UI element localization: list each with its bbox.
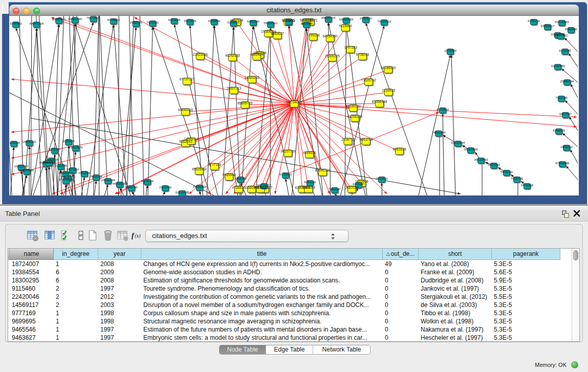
column-header-outde[interactable]: △out_de... xyxy=(383,249,419,260)
graph-node-label: 9244141 xyxy=(304,180,317,184)
cell-short: Franke et al. (2009) xyxy=(419,268,492,276)
tab-edge-table[interactable]: Edge Table xyxy=(266,345,313,354)
show-columns-icon[interactable] xyxy=(44,229,56,242)
cell-pagerank: 5.3E-5 xyxy=(492,334,560,342)
column-header-name[interactable]: name xyxy=(10,249,54,260)
table-mode-icon[interactable] xyxy=(27,229,39,242)
graph-node-label: 3952386 xyxy=(78,171,91,174)
graph-node-label: 4440790 xyxy=(125,185,138,189)
cell-year: 1997 xyxy=(98,325,141,334)
graph-edge xyxy=(269,33,294,104)
graph-edge-arrowhead xyxy=(58,24,60,27)
cell-outde: 0 xyxy=(383,285,419,293)
graph-node-label: 18403191 xyxy=(23,140,37,143)
cell-title: Disruption of a novel member of a sodium… xyxy=(141,301,383,309)
graph-edge-arrowhead xyxy=(12,147,15,150)
column-header-indegree[interactable]: in_degree xyxy=(54,249,98,260)
graph-node-label: 8715603 xyxy=(107,18,120,21)
table-row[interactable]: 977716911998Corpus callosum shape and si… xyxy=(8,309,573,317)
graph-edge xyxy=(11,104,294,132)
table-row[interactable]: 2242004622012Investigating the contribut… xyxy=(8,293,573,301)
graph-node-label: 5706046 xyxy=(356,53,369,56)
graph-edge-arrowhead xyxy=(475,152,477,155)
graph-node-label: 1755156 xyxy=(307,33,320,37)
graph-edge-arrowhead xyxy=(199,191,202,194)
column-header-short[interactable]: short xyxy=(419,249,492,260)
graph-node-label: 2203190 xyxy=(159,185,172,189)
cell-name: 14569117 xyxy=(10,301,54,309)
function-builder-icon[interactable]: f (x) xyxy=(131,229,143,242)
cell-short: Stergiakouli et al. (2012) xyxy=(419,293,492,301)
graph-node-label: 4421825 xyxy=(168,18,181,21)
graph-edge-arrowhead xyxy=(11,157,14,159)
graph-edge-arrowhead xyxy=(569,53,571,56)
cell-pagerank: 5.6E-5 xyxy=(492,268,560,276)
table-row[interactable]: 1938455462009Genome-wide association stu… xyxy=(8,268,573,276)
cell-indegree: 1 xyxy=(54,260,98,268)
graph-node-label: 9465546 xyxy=(223,173,236,177)
graph-edge xyxy=(419,55,450,195)
graph-edge-arrowhead xyxy=(328,191,330,194)
cell-pagerank: 5.3E-5 xyxy=(492,325,560,334)
select-all-icon[interactable] xyxy=(60,229,73,242)
float-panel-icon[interactable] xyxy=(561,210,570,218)
window-title: citations_edges.txt xyxy=(9,6,579,14)
desktop-corner-line xyxy=(2,4,3,14)
graph-node-label: 6365680 xyxy=(208,19,221,23)
cell-title: Corpus callosum shape and size in male p… xyxy=(141,309,383,317)
graph-edge xyxy=(39,16,50,195)
table-selector-dropdown[interactable]: citations_edges.txt xyxy=(145,230,349,242)
table-row[interactable]: 946362711997Embryonic stem cells: a mode… xyxy=(8,334,573,342)
table-row[interactable]: 1456911722003Disruption of a novel membe… xyxy=(8,301,573,309)
graph-node-label: 85805729 xyxy=(237,101,253,105)
graph-node-label: 3357090 xyxy=(488,163,500,166)
graph-node-label: 69997811 xyxy=(554,33,568,37)
table-row[interactable]: 946554611997Estimation of the future num… xyxy=(8,325,573,334)
column-header-title[interactable]: title xyxy=(141,249,383,260)
graph-node-label: 3083054 xyxy=(302,186,315,189)
table-row[interactable]: 911546021997Tourette syndrome. Phenomeno… xyxy=(8,285,573,293)
graph-node-label: 76672031 xyxy=(86,16,101,19)
graph-edge-arrowhead xyxy=(574,116,577,118)
graph-edge xyxy=(58,17,294,104)
graph-edge xyxy=(10,147,14,195)
graph-node-label: 3884334 xyxy=(90,174,103,178)
cell-short: Yano et al. (2008) xyxy=(419,260,492,268)
cell-year: 1997 xyxy=(98,285,141,293)
close-panel-icon[interactable] xyxy=(573,209,581,217)
cell-name: 9115460 xyxy=(10,285,54,293)
graph-node-label: 64849126 xyxy=(30,21,44,25)
cell-outde: 0 xyxy=(383,276,419,285)
cell-outde: 0 xyxy=(383,325,419,334)
column-header-pagerank[interactable]: pagerank xyxy=(492,249,560,260)
delete-icon[interactable] xyxy=(102,229,115,242)
graph-node-label: 82106693 xyxy=(555,20,569,24)
cell-year: 2003 xyxy=(98,301,141,309)
graph-node-label: 1747353 xyxy=(344,46,357,49)
scrollbar-thumb[interactable] xyxy=(573,250,578,260)
table-row[interactable]: 1872400712008Changes of HCN gene express… xyxy=(8,260,573,268)
graph-node-label: 43208158 xyxy=(347,115,363,118)
cell-year: 2012 xyxy=(98,293,141,301)
tab-network-table[interactable]: Network Table xyxy=(313,345,370,354)
graph-node-label: 45525934 xyxy=(191,167,207,171)
cell-outde: 0 xyxy=(383,309,419,317)
graph-edge-arrowhead xyxy=(569,117,572,120)
graph-node-label: 10542648 xyxy=(101,178,115,182)
column-header-year[interactable]: year xyxy=(98,249,141,260)
new-document-icon[interactable] xyxy=(87,229,99,242)
graph-edge-arrowhead xyxy=(189,25,191,28)
cell-title: Genome-wide association studies in ADHD. xyxy=(141,268,383,276)
table-row[interactable]: 1830029562008Estimation of significance … xyxy=(8,276,573,285)
tab-node-table[interactable]: Node Table xyxy=(220,345,266,354)
graph-node-label: 18300295 xyxy=(245,76,260,79)
graph-node-label: 34382074 xyxy=(59,171,73,174)
graph-node-label: 97744546 xyxy=(59,178,73,181)
network-canvas[interactable]: 8505644822335157362079268188300570604617… xyxy=(9,16,579,195)
table-vertical-scrollbar[interactable] xyxy=(572,249,579,341)
table-row[interactable]: 969969511998Structural magnetic resonanc… xyxy=(8,317,573,325)
graph-node-label: 8478044 xyxy=(141,179,154,183)
delete-table-icon[interactable] xyxy=(117,229,129,242)
window-titlebar[interactable]: citations_edges.txt xyxy=(9,5,579,16)
cell-indegree: 2 xyxy=(54,285,98,293)
